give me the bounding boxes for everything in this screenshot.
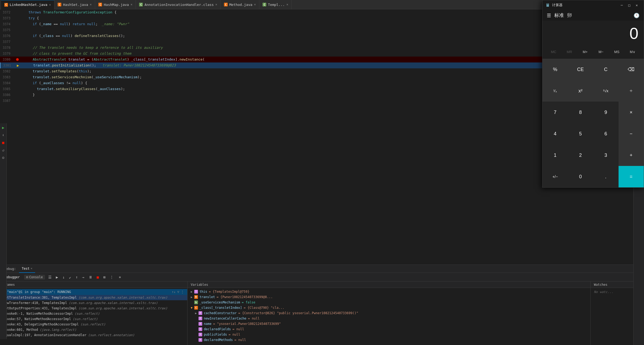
calc-equals-btn[interactable]: =	[619, 166, 644, 187]
var-value-newinstcache: = null	[248, 317, 260, 320]
debug-settings-sidebar-icon[interactable]: ⚙	[2, 155, 4, 160]
calc-multiply-btn[interactable]: ×	[619, 102, 644, 123]
calc-6-btn[interactable]: 6	[593, 123, 619, 144]
calc-mc-btn[interactable]: MC	[546, 47, 561, 57]
debug-stop-sidebar-icon[interactable]: ■	[2, 140, 4, 145]
tab-hashset[interactable]: C HashSet.java ×	[54, 0, 95, 9]
tab-close-templ[interactable]: ×	[286, 3, 288, 6]
frame-item-main[interactable]: ✓ "main"@1 in group "main": RUNNING ↑↓ ▽…	[0, 289, 187, 295]
expand-icon-translet: ▶	[191, 295, 193, 299]
var-item-name[interactable]: ▶ f name = "ysoserial.Pwner1082124540733…	[188, 321, 590, 327]
calc-mv-btn[interactable]: M∨	[625, 47, 641, 57]
frame-item-8[interactable]: equalsImpl:197, AnnotationInvocationHand…	[0, 332, 187, 338]
frames-btn[interactable]: ⋮	[109, 274, 115, 280]
frame-item-3[interactable]: getOutputProperties:431, TemplatesImpl (…	[0, 306, 187, 311]
debug-resume-sidebar-icon[interactable]: ▶	[2, 125, 4, 130]
calc-5-btn[interactable]: 5	[568, 123, 593, 144]
calc-maximize-btn[interactable]: □	[626, 1, 633, 9]
calc-mr-btn[interactable]: MR	[561, 47, 577, 57]
tab-close-method[interactable]: ×	[254, 3, 256, 6]
pause-btn[interactable]: ⏸	[88, 274, 93, 280]
calc-history-icon[interactable]: 🕐	[634, 13, 639, 18]
calc-mode-label: 标准	[554, 12, 564, 18]
calc-decimal-btn[interactable]: .	[593, 166, 619, 187]
calc-0-btn[interactable]: 0	[568, 166, 593, 187]
var-icon-translet: R	[194, 295, 198, 299]
stop-btn[interactable]: ■	[96, 274, 100, 280]
tab-close-hashset[interactable]: ×	[90, 3, 92, 6]
var-value-declfields: = null	[233, 327, 244, 331]
var-item-newinstcache[interactable]: ▶ f newInstanceCallerCache = null	[188, 316, 590, 321]
frame-class-6: (sun.reflect)	[80, 322, 106, 326]
calc-3-btn[interactable]: 3	[593, 144, 619, 166]
calc-reciprocal-btn[interactable]: ¹∕ₓ	[542, 80, 568, 102]
calc-4-btn[interactable]: 4	[542, 123, 568, 144]
frame-text-8: equalsImpl:197, AnnotationInvocationHand…	[3, 333, 87, 337]
calculator-window: 🖩 计算器 ─ □ ✕ ☰ 标准 卵 🕐 0 MC MR M+ M− MS M∨	[542, 0, 644, 188]
tab-method[interactable]: C Method.java ×	[221, 0, 259, 9]
tab-linkedhashset[interactable]: C LinkedHashSet.java ×	[1, 0, 54, 9]
calc-2-btn[interactable]: 2	[568, 144, 593, 166]
var-item-class[interactable]: ▼ C _class[_transletIndex] = {Class@790}…	[188, 305, 590, 310]
calc-menu-icon[interactable]: ☰	[547, 13, 551, 18]
calc-subtract-btn[interactable]: −	[619, 123, 644, 144]
calc-mminus-btn[interactable]: M−	[593, 47, 609, 57]
frame-item-2[interactable]: newTransformer:410, TemplatesImpl (com.s…	[0, 300, 187, 306]
tab-close-annotation[interactable]: ×	[215, 3, 217, 6]
debug-step-sidebar-icon[interactable]: ⬇	[2, 133, 4, 137]
frame-text-3: getOutputProperties:431, TemplatesImpl	[3, 306, 77, 310]
calc-divide-btn[interactable]: ÷	[619, 80, 644, 102]
tab-close-hashmap[interactable]: ×	[130, 3, 132, 6]
tab-annotation[interactable]: C AnnotationInvocationHandler.class ×	[136, 0, 221, 9]
frame-item-5[interactable]: invoke:57, NativeMethodAccessorImpl (sun…	[0, 316, 187, 322]
frame-item-6[interactable]: invoke:43, DelegatingMethodAccessorImpl …	[0, 322, 187, 327]
tab-templ[interactable]: C Templ... ×	[259, 0, 292, 9]
calc-negate-btn[interactable]: +/−	[542, 166, 568, 187]
calc-square-btn[interactable]: x²	[568, 80, 593, 102]
expand-icon-declfields: ▶	[195, 328, 197, 331]
calc-backspace-btn[interactable]: ⌫	[619, 59, 644, 80]
frame-text-2: newTransformer:410, TemplatesImpl	[3, 301, 67, 305]
calc-percent-btn[interactable]: %	[542, 59, 568, 80]
frame-text-1: getTransletInstance:381, TemplatesImpl	[3, 296, 77, 299]
resume-btn[interactable]: ▶	[55, 274, 59, 280]
evaluate-btn[interactable]: ⊞	[102, 274, 106, 280]
calc-mplus-btn[interactable]: M+	[577, 47, 593, 57]
calc-sqrt-btn[interactable]: ²√x	[593, 80, 619, 102]
frame-item-4[interactable]: invoke0:-1, NativeMethodAccessorImpl (su…	[0, 311, 187, 316]
debug-tab-test[interactable]: Test ×	[19, 265, 35, 273]
var-item-usesvc[interactable]: ▶ b _useServicesMechanism = false	[188, 300, 590, 305]
tab-hashmap[interactable]: C HashMap.java ×	[95, 0, 136, 9]
calc-c-btn[interactable]: C	[593, 59, 619, 80]
var-item-cachedctor[interactable]: ▶ f cachedConstructor = {Constructor@826…	[188, 310, 590, 316]
var-name-translet: translet	[200, 295, 215, 299]
calc-minimize-btn[interactable]: ─	[618, 1, 626, 9]
expand-icon-this: ▶	[191, 290, 193, 294]
calc-7-btn[interactable]: 7	[542, 102, 568, 123]
var-item-this[interactable]: ▶ T this = {TemplatesImpl@759}	[188, 289, 590, 294]
run-to-cursor-btn[interactable]: →	[81, 274, 85, 280]
calc-1-btn[interactable]: 1	[542, 144, 568, 166]
calc-9-btn[interactable]: 9	[593, 102, 619, 123]
frame-item-7[interactable]: invoke:601, Method (java.lang.reflect)	[0, 327, 187, 332]
console-btn[interactable]: ⊡ Console	[24, 275, 45, 280]
var-item-declfields[interactable]: ▶ f declaredFields = null	[188, 327, 590, 332]
tab-label-linkedhashset: LinkedHashSet.java	[10, 3, 47, 7]
calc-8-btn[interactable]: 8	[568, 102, 593, 123]
tab-close-linkedhashset[interactable]: ×	[49, 3, 51, 7]
debug-restart-sidebar-icon[interactable]: ↺	[2, 148, 4, 152]
frame-item-1[interactable]: getTransletInstance:381, TemplatesImpl (…	[0, 295, 187, 300]
list-icon[interactable]: ☰	[47, 274, 53, 280]
calc-ms-btn[interactable]: MS	[609, 47, 625, 57]
var-item-pubfields[interactable]: ▶ f publicFields = null	[188, 332, 590, 337]
calc-add-btn[interactable]: +	[619, 144, 644, 166]
step-into-btn[interactable]: ↙	[68, 274, 72, 280]
calc-close-btn[interactable]: ✕	[633, 1, 641, 9]
calc-ce-btn[interactable]: CE	[568, 59, 593, 80]
step-out-btn[interactable]: ↑	[74, 274, 79, 280]
debug-tab-test-close[interactable]: ×	[31, 267, 32, 270]
step-over-btn[interactable]: ↓	[61, 274, 66, 280]
calc-scientific-icon[interactable]: 卵	[567, 12, 572, 18]
var-item-translet[interactable]: ▶ R translet = {Pwner1082124540733699@8.…	[188, 294, 590, 300]
var-item-declmethods[interactable]: ▶ f declaredMethods = null	[188, 337, 590, 343]
